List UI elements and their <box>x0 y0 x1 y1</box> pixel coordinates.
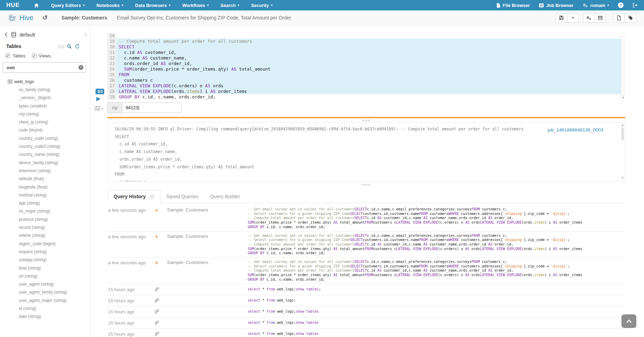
column-item[interactable]: id (string) <box>8 305 90 313</box>
column-item[interactable]: record (string) <box>8 224 90 232</box>
editor-line[interactable]: 27LATERAL VIEW EXPLODE(c.orders) o AS or… <box>107 83 625 89</box>
filter-views-checkbox[interactable]: ✓ Views <box>32 53 51 58</box>
history-row[interactable]: 15 hours agoselect * from web_logs; <box>107 295 625 306</box>
column-item[interactable]: os_family (string) <box>8 86 90 94</box>
history-row[interactable]: 15 hours agoselect * from web_logs;show … <box>107 284 625 295</box>
home-button[interactable] <box>34 3 39 8</box>
column-item[interactable]: protocol (string) <box>8 216 90 224</box>
save-button[interactable] <box>555 13 567 23</box>
refresh-icon[interactable] <box>75 44 80 49</box>
column-item[interactable]: device_family (string) <box>8 159 90 167</box>
column-item[interactable]: os_major (string) <box>8 207 90 215</box>
nav-menu-notebooks[interactable]: Notebooks▾ <box>96 3 123 8</box>
column-item[interactable]: longitude (float) <box>8 183 90 191</box>
history-row[interactable]: 15 hours agoselect * from web_logs;show … <box>107 318 625 329</box>
code-token: WHERE <box>448 264 459 268</box>
job-link[interactable]: job_1461888648136_0003 <box>545 127 605 133</box>
back-icon[interactable] <box>4 32 8 37</box>
hue-logo[interactable]: HUE <box>6 2 20 9</box>
clear-history-calendar-icon[interactable] <box>150 194 154 199</box>
editor-line[interactable]: 29GROUP BY c.id, c.name, ords.order_id; <box>107 94 625 100</box>
save-options-button[interactable] <box>567 13 579 23</box>
editor-scrollbar[interactable]: ▼ <box>621 33 625 100</box>
search-icon[interactable] <box>67 44 72 49</box>
settings-button[interactable] <box>583 13 595 23</box>
database-selector[interactable]: default <box>4 32 85 38</box>
column-item[interactable]: user_agent_major (string) <box>8 297 90 305</box>
nav-menu-search[interactable]: Search▾ <box>221 3 239 8</box>
column-item[interactable]: request (string) <box>8 248 90 256</box>
resize-handle-bottom[interactable] <box>107 184 625 186</box>
history-row[interactable]: a few seconds ago✈Sample: Customers-- Ge… <box>107 232 625 258</box>
execute-button[interactable]: ▶ <box>96 96 100 102</box>
table-search-input[interactable]: web <box>3 62 86 73</box>
history-row[interactable]: a few seconds ago✈Sample: Customers-- Ge… <box>107 258 625 284</box>
column-item[interactable]: time (string) <box>8 264 90 272</box>
column-item[interactable]: app (string) <box>8 199 90 207</box>
tab-query-history[interactable]: Query History <box>107 190 160 203</box>
column-item[interactable]: country_name (string) <box>8 151 90 159</box>
nav-menu-query-editors[interactable]: Query Editors▾ <box>51 3 85 8</box>
collapse-panel-icon[interactable] <box>84 32 87 37</box>
scrollbar-thumb[interactable] <box>621 127 624 141</box>
column-item[interactable]: code (tinyint) <box>8 126 90 134</box>
sql-editor[interactable]: 1819-- Compute total amount per order fo… <box>107 33 625 100</box>
line-code: LATERAL VIEW EXPLODE(c.orders) o AS ords <box>116 83 625 89</box>
column-item[interactable]: user_agent (string) <box>8 280 90 288</box>
tab-saved-queries[interactable]: Saved Queries <box>160 190 205 203</box>
scroll-to-top-button[interactable] <box>621 314 636 328</box>
column-item[interactable]: client_ip (string) <box>8 118 90 126</box>
log-scrollbar[interactable]: ▲ ▼ <box>620 122 625 181</box>
nav-menu-security[interactable]: Security▾ <box>251 3 273 8</box>
editor-line[interactable]: 22 c.name AS customer_name, <box>107 55 625 61</box>
scroll-down-icon[interactable]: ▼ <box>620 176 625 180</box>
column-item[interactable]: country_code3 (string) <box>8 143 90 151</box>
table-item-web-logs[interactable]: web_logs <box>8 79 90 84</box>
column-item[interactable]: _version_ (bigint) <box>8 94 90 102</box>
column-item[interactable]: extension (string) <box>8 167 90 175</box>
editor-line[interactable]: 26 customers c <box>107 78 625 83</box>
editor-line[interactable]: 28LATERAL VIEW EXPLODE(ords.items) i AS … <box>107 89 625 94</box>
column-item[interactable]: city (string) <box>8 110 90 118</box>
column-item[interactable]: date (string) <box>8 313 90 321</box>
column-item[interactable]: url (string) <box>8 272 90 280</box>
history-row[interactable]: a few seconds ago✈Sample: Customers-- Ge… <box>107 205 625 232</box>
editor-line[interactable]: 24 SUM(order_items.price * order_items.q… <box>107 66 625 72</box>
editor-line[interactable]: 18 <box>107 33 625 39</box>
variable-value-input[interactable]: 94123 <box>122 102 182 113</box>
editor-line[interactable]: 19-- Compute total amount per order for … <box>107 39 625 44</box>
editor-line[interactable]: 25FROM <box>107 72 625 78</box>
query-history-icon[interactable]: ↺ <box>42 14 48 22</box>
query-map-button[interactable]: ▾ <box>94 106 103 111</box>
nav-menu-data-browsers[interactable]: Data Browsers▾ <box>135 3 171 8</box>
job-browser-link[interactable]: Job Browser <box>539 3 573 8</box>
scroll-down-icon[interactable]: ▼ <box>621 95 625 100</box>
user-menu[interactable]: romain ▾ <box>583 3 609 8</box>
column-item[interactable]: bytes (smallint) <box>8 102 90 110</box>
history-row[interactable]: 15 hours agoselect * from web_logs;show … <box>107 329 625 337</box>
file-browser-link[interactable]: File Browser <box>496 3 530 8</box>
schedule-button[interactable] <box>594 13 606 23</box>
column-item[interactable]: latitude (float) <box>8 175 90 183</box>
column-item[interactable]: country_code (string) <box>8 135 90 143</box>
resize-handle-top[interactable] <box>107 119 625 121</box>
logout-button[interactable] <box>633 3 638 8</box>
tags-button[interactable] <box>625 13 636 23</box>
code-token: GROUP BY <box>248 251 264 255</box>
tab-query-builder[interactable]: Query Builder <box>204 190 246 203</box>
filter-tables-checkbox[interactable]: ✓ Tables <box>6 53 26 58</box>
editor-line[interactable]: 20SELECT <box>107 44 625 50</box>
column-item[interactable]: region_code (bigint) <box>8 240 90 248</box>
editor-line[interactable]: 21 c.id AS customer_id, <box>107 50 625 55</box>
nav-menu-workflows[interactable]: Workflows▾ <box>182 3 209 8</box>
column-item[interactable]: method (string) <box>8 191 90 199</box>
history-row[interactable]: 15 hours agoselect * from web_logs;show … <box>107 306 625 318</box>
clear-search-icon[interactable]: ✕ <box>79 65 83 70</box>
column-item[interactable]: referer (string) <box>8 232 90 240</box>
editor-line[interactable]: 23 ords.order_id AS order_id, <box>107 61 625 66</box>
help-button[interactable]: ? <box>618 2 624 8</box>
code-token: ].zip_code = <box>524 264 551 268</box>
new-query-button[interactable] <box>613 13 625 23</box>
column-item[interactable]: user_agent_family (string) <box>8 288 90 296</box>
column-item[interactable]: subapp (string) <box>8 256 90 264</box>
